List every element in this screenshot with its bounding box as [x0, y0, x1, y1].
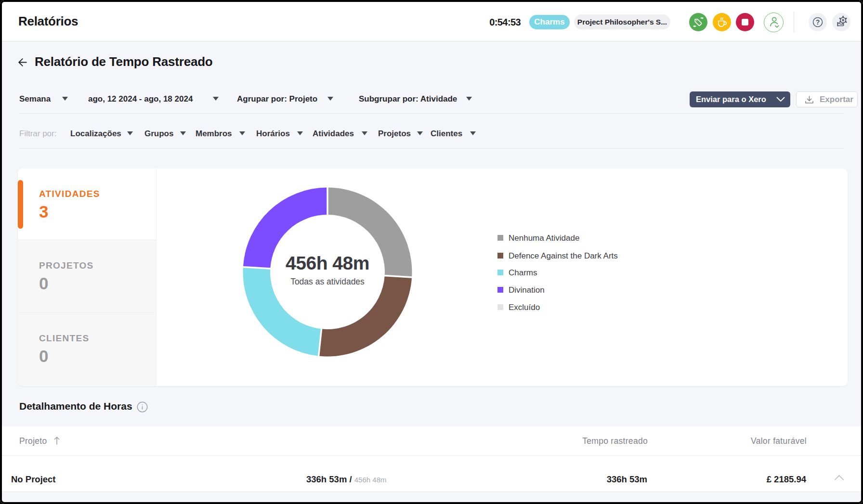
svg-text:?: ? [816, 18, 820, 26]
